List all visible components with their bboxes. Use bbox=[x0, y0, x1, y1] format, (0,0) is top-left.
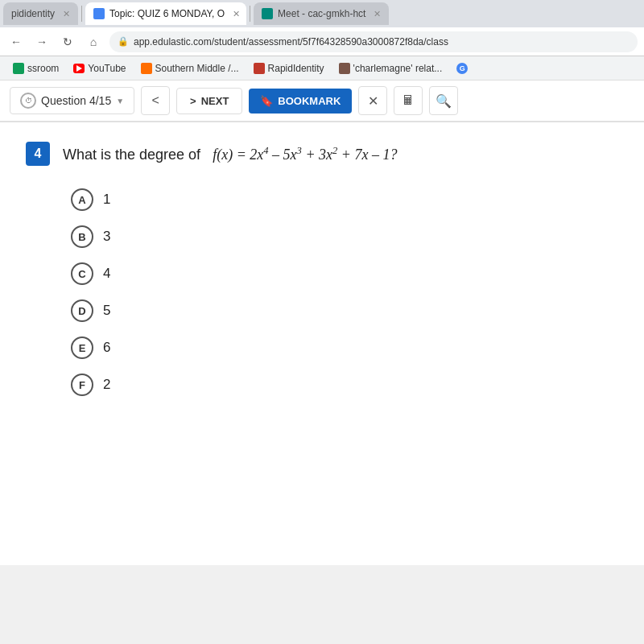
bookmark-icon: 🔖 bbox=[260, 95, 273, 107]
choice-bubble-f: F bbox=[71, 374, 93, 396]
bookmark-google[interactable]: G bbox=[450, 61, 474, 76]
choice-value-f: 2 bbox=[103, 377, 110, 393]
tab-label: Topic: QUIZ 6 MONDAY, O bbox=[109, 8, 225, 19]
tab-divider-2 bbox=[250, 6, 250, 22]
chevron-down-icon: ▼ bbox=[116, 97, 124, 105]
url-bar[interactable]: 🔒 app.edulastic.com/student/assessment/5… bbox=[109, 31, 638, 52]
choice-bubble-c: C bbox=[71, 262, 93, 285]
tab-close-1[interactable]: ✕ bbox=[63, 9, 70, 19]
url-text: app.edulastic.com/student/assessment/5f7… bbox=[134, 36, 448, 47]
tab-label: Meet - cac-gmkh-hct bbox=[278, 8, 365, 19]
quiz-tab-icon bbox=[93, 8, 105, 19]
home-button[interactable]: ⌂ bbox=[84, 32, 103, 52]
choice-value-a: 1 bbox=[103, 192, 110, 208]
choice-e[interactable]: E 6 bbox=[71, 336, 618, 359]
meet-tab-icon bbox=[262, 8, 273, 19]
next-arrow-icon: > bbox=[190, 95, 196, 107]
tab-pididentity[interactable]: pididentity ✕ bbox=[3, 2, 78, 25]
question-text: What is the degree of f(x) = 2x4 – 5x3 +… bbox=[63, 142, 397, 166]
choice-bubble-a: A bbox=[71, 188, 93, 211]
next-label: NEXT bbox=[201, 95, 229, 107]
answer-choices: A 1 B 3 C 4 D 5 E 6 F 2 bbox=[26, 188, 618, 396]
classroom-icon bbox=[13, 63, 24, 74]
back-button[interactable]: ← bbox=[6, 32, 26, 52]
search-button[interactable]: 🔍 bbox=[429, 86, 458, 115]
browser-chrome: pididentity ✕ Topic: QUIZ 6 MONDAY, O ✕ … bbox=[0, 0, 644, 80]
bookmark-youtube[interactable]: YouTube bbox=[67, 61, 132, 76]
tab-close-3[interactable]: ✕ bbox=[374, 9, 381, 19]
bookmark-rapididentity[interactable]: RapidIdentity bbox=[247, 61, 331, 76]
next-question-button[interactable]: > NEXT bbox=[176, 88, 242, 114]
bookmark-label: BOOKMARK bbox=[278, 95, 341, 107]
choice-bubble-e: E bbox=[71, 336, 93, 359]
google-icon: G bbox=[456, 63, 468, 74]
bookmark-button[interactable]: 🔖 BOOKMARK bbox=[249, 89, 352, 114]
bookmark-southern[interactable]: Southern Middle /... bbox=[134, 61, 246, 76]
choice-d[interactable]: D 5 bbox=[71, 299, 618, 322]
choice-f[interactable]: F 2 bbox=[71, 374, 618, 396]
address-bar: ← → ↻ ⌂ 🔒 app.edulastic.com/student/asse… bbox=[0, 27, 644, 56]
choice-a[interactable]: A 1 bbox=[71, 188, 618, 211]
refresh-button[interactable]: ↻ bbox=[58, 32, 77, 52]
question-counter: ⏱ Question 4/15 ▼ bbox=[10, 87, 134, 114]
tab-quiz[interactable]: Topic: QUIZ 6 MONDAY, O ✕ bbox=[85, 2, 246, 25]
lock-icon: 🔒 bbox=[118, 36, 129, 47]
choice-value-c: 4 bbox=[103, 266, 110, 282]
choice-bubble-b: B bbox=[71, 225, 93, 248]
forward-button[interactable]: → bbox=[32, 32, 52, 52]
choice-bubble-d: D bbox=[71, 299, 93, 322]
bookmark-classroom[interactable]: ssroom bbox=[6, 61, 65, 76]
close-button[interactable]: ✕ bbox=[358, 86, 387, 115]
choice-value-b: 3 bbox=[103, 229, 110, 245]
bookmark-label: ssroom bbox=[27, 63, 59, 74]
tab-bar: pididentity ✕ Topic: QUIZ 6 MONDAY, O ✕ … bbox=[0, 0, 644, 27]
bookmark-label: RapidIdentity bbox=[268, 63, 324, 74]
tab-close-2[interactable]: ✕ bbox=[233, 9, 240, 19]
book-icon bbox=[339, 63, 350, 74]
choice-value-d: 5 bbox=[103, 303, 110, 319]
bookmark-label: YouTube bbox=[88, 63, 126, 74]
timer-icon: ⏱ bbox=[20, 93, 36, 109]
question-number: 4 bbox=[26, 142, 50, 166]
tab-divider bbox=[81, 6, 82, 22]
rapid-icon bbox=[254, 63, 265, 74]
tab-label: pididentity bbox=[11, 8, 55, 19]
bookmark-charlemagne[interactable]: 'charlemagne' relat... bbox=[332, 61, 449, 76]
youtube-icon bbox=[73, 63, 85, 74]
bookmark-label: 'charlemagne' relat... bbox=[353, 63, 443, 74]
prev-question-button[interactable]: < bbox=[141, 86, 170, 115]
question-text-prefix: What is the degree of bbox=[63, 147, 200, 163]
bookmark-label: Southern Middle /... bbox=[155, 63, 239, 74]
bookmarks-bar: ssroom YouTube Southern Middle /... Rapi… bbox=[0, 56, 644, 80]
question-counter-text: Question 4/15 bbox=[41, 94, 111, 107]
edulastic-toolbar: ⏱ Question 4/15 ▼ < > NEXT 🔖 BOOKMARK ✕ … bbox=[0, 80, 644, 122]
question-block: 4 What is the degree of f(x) = 2x4 – 5x3… bbox=[26, 142, 618, 166]
school-icon bbox=[141, 63, 152, 74]
choice-c[interactable]: C 4 bbox=[71, 262, 618, 285]
calculator-button[interactable]: 🖩 bbox=[394, 86, 423, 115]
math-formula: f(x) = 2x4 – 5x3 + 3x2 + 7x – 1? bbox=[213, 147, 397, 163]
main-content: 4 What is the degree of f(x) = 2x4 – 5x3… bbox=[0, 122, 644, 565]
choice-value-e: 6 bbox=[103, 340, 110, 356]
choice-b[interactable]: B 3 bbox=[71, 225, 618, 248]
tab-meet[interactable]: Meet - cac-gmkh-hct ✕ bbox=[254, 2, 389, 25]
